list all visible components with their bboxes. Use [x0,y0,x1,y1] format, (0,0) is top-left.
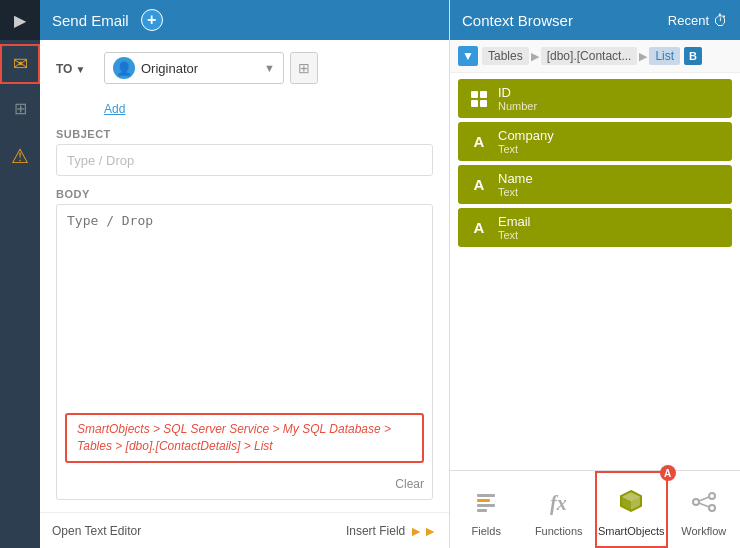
fields-icon [473,489,499,521]
to-chevron-icon: ▼ [75,64,85,75]
add-link[interactable]: Add [104,102,318,116]
recent-button[interactable]: Recent ⏱ [668,12,728,29]
subject-input[interactable] [56,144,433,176]
layers-icon: ⊞ [14,99,27,118]
clock-icon: ⏱ [713,12,728,29]
sidebar-layers-icon[interactable]: ⊞ [0,88,40,128]
context-item-id-text: ID Number [498,85,537,112]
person-icon: 👤 [116,61,132,76]
context-item-company[interactable]: A Company Text [458,122,732,161]
svg-line-17 [699,503,709,507]
originator-select[interactable]: 👤 Originator ▼ [104,52,284,84]
svg-rect-3 [480,100,487,107]
context-browser-title: Context Browser [462,12,573,29]
tab-fields-label: Fields [472,525,501,537]
subject-label: SUBJECT [56,128,433,140]
context-item-email-text: Email Text [498,214,531,241]
tab-workflow[interactable]: Workflow [668,471,741,548]
tab-smartobjects[interactable]: SmartObjects [595,471,668,548]
svg-rect-4 [477,494,495,497]
alpha-a-icon-email: A [468,217,490,239]
svg-rect-7 [477,509,487,512]
main-footer: Open Text Editor Insert Field ►► [40,512,449,548]
sidebar-warning-icon[interactable]: ⚠ [0,136,40,176]
originator-label: Originator [141,61,258,76]
alpha-a-icon-name: A [468,174,490,196]
tab-smartobjects-label: SmartObjects [598,525,665,537]
right-panel: Context Browser Recent ⏱ ▼ Tables ▶ [dbo… [450,0,740,548]
workflow-icon [691,489,717,521]
body-breadcrumb-path: SmartObjects > SQL Server Service > My S… [65,413,424,463]
recent-label: Recent [668,13,709,28]
alpha-a-icon-company: A [468,131,490,153]
context-item-id[interactable]: ID Number [458,79,732,118]
body-field: BODY SmartObjects > SQL Server Service >… [56,188,433,500]
chevron-right-icon: ▶ [14,11,26,30]
svg-text:fx: fx [550,492,567,515]
to-row: TO ▼ 👤 Originator ▼ ⊞ [56,52,433,116]
breadcrumb-tables[interactable]: Tables [482,47,529,65]
body-label: BODY [56,188,433,200]
main-header: Send Email + [40,0,449,40]
originator-add-icon-btn[interactable]: ⊞ [290,52,318,84]
body-textarea-wrapper: SmartObjects > SQL Server Service > My S… [56,204,433,500]
breadcrumb-contact[interactable]: [dbo].[Contact... [541,47,638,65]
svg-point-15 [709,505,715,511]
bottom-tabs: Fields fx Functions [450,470,740,548]
to-label: TO ▼ [56,62,96,76]
main-panel: Send Email + TO ▼ 👤 Originator [40,0,450,548]
context-list: ID Number A Company Text A Name Text [450,73,740,470]
svg-rect-0 [471,91,478,98]
tab-functions[interactable]: fx Functions [523,471,596,548]
tab-workflow-label: Workflow [681,525,726,537]
svg-line-16 [699,497,709,501]
subject-field: SUBJECT [56,128,433,176]
insert-field-btn[interactable]: Insert Field ►► [346,523,437,539]
sidebar-email-icon[interactable]: ✉ [0,44,40,84]
clear-button[interactable]: Clear [395,477,424,491]
left-sidebar: ▶ ✉ ⊞ ⚠ [0,0,40,548]
warning-icon: ⚠ [11,144,29,168]
main-content: TO ▼ 👤 Originator ▼ ⊞ [40,40,449,512]
smartobjects-badge: A [660,465,676,481]
svg-point-13 [693,499,699,505]
tab-fields[interactable]: Fields [450,471,523,548]
context-item-email[interactable]: A Email Text [458,208,732,247]
insert-arrow-icon: ►► [409,523,437,539]
breadcrumb-list[interactable]: List [649,47,680,65]
b-badge[interactable]: B [684,47,702,65]
bc-sep-1: ▶ [531,50,539,63]
originator-chevron-icon: ▼ [264,62,275,74]
svg-rect-1 [480,91,487,98]
add-button[interactable]: + [141,9,163,31]
tab-functions-label: Functions [535,525,583,537]
context-item-name[interactable]: A Name Text [458,165,732,204]
svg-point-14 [709,493,715,499]
bc-sep-2: ▶ [639,50,647,63]
grid-icon [468,88,490,110]
open-text-editor-link[interactable]: Open Text Editor [52,524,141,538]
svg-rect-2 [471,100,478,107]
panel-title: Send Email [52,12,129,29]
grid-icon: ⊞ [298,60,310,76]
tab-smartobjects-wrapper: SmartObjects A [595,471,668,548]
sidebar-toggle[interactable]: ▶ [0,0,40,40]
context-item-name-text: Name Text [498,171,533,198]
breadcrumb-collapse-btn[interactable]: ▼ [458,46,478,66]
originator-avatar: 👤 [113,57,135,79]
context-item-company-text: Company Text [498,128,554,155]
breadcrumb-nav: ▼ Tables ▶ [dbo].[Contact... ▶ List B [450,40,740,73]
envelope-icon: ✉ [13,53,28,75]
smartobjects-icon [617,487,645,521]
svg-rect-6 [477,504,495,507]
context-header: Context Browser Recent ⏱ [450,0,740,40]
functions-icon: fx [546,489,572,521]
svg-rect-5 [477,499,490,502]
